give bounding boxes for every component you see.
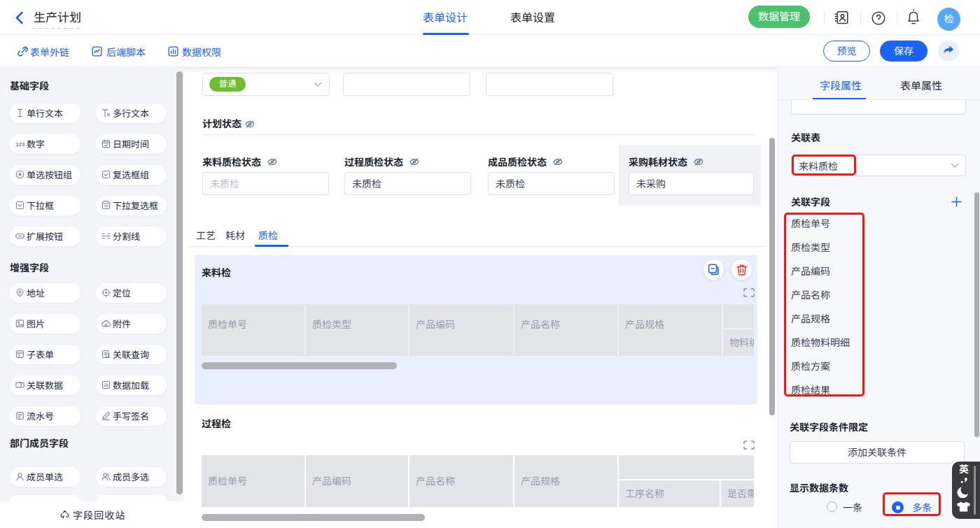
svg-text:123: 123	[15, 141, 24, 148]
